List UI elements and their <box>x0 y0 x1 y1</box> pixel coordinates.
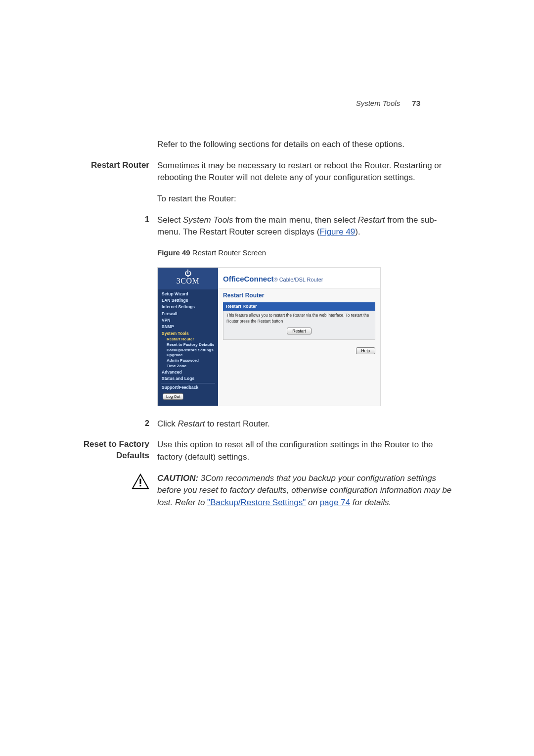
backup-restore-link[interactable]: "Backup/Restore Settings" <box>207 498 306 507</box>
nav-setup-wizard[interactable]: Setup Wizard <box>158 291 218 297</box>
nav-system-tools[interactable]: System Tools <box>158 331 218 337</box>
nav-vpn[interactable]: VPN <box>158 317 218 324</box>
nav-firewall[interactable]: Firewall <box>158 311 218 317</box>
step-number-2: 2 <box>145 419 149 427</box>
running-header: System Tools 73 <box>356 99 420 107</box>
figure-caption: Figure 49 Restart Router Screen <box>157 247 460 258</box>
nav-upgrade[interactable]: Upgrade <box>158 353 218 358</box>
step-number-1: 1 <box>145 215 149 224</box>
nav-lan-settings[interactable]: LAN Settings <box>158 297 218 304</box>
nav-backup-restore[interactable]: Backup/Restore Settings <box>158 348 218 353</box>
nav-snmp[interactable]: SNMP <box>158 324 218 330</box>
restart-button[interactable]: Restart <box>287 328 311 334</box>
logout-button[interactable]: Log Out <box>163 393 183 400</box>
screenshot-sidebar: ⏻ 3COM Setup Wizard LAN Settings Interne… <box>158 268 218 406</box>
step-2-text: Click Restart to restart Router. <box>157 418 460 430</box>
page-body: Refer to the following sections for deta… <box>0 0 534 509</box>
nav-time-zone[interactable]: Time Zone <box>158 364 218 369</box>
reset-paragraph: Use this option to reset all of the conf… <box>157 439 460 463</box>
step-1-text: Select System Tools from the main menu, … <box>157 214 460 238</box>
nav-admin-password[interactable]: Admin Password <box>158 358 218 364</box>
section-heading-reset: Reset to Factory Defaults <box>79 439 157 463</box>
nav-reset-factory[interactable]: Reset to Factory Defaults <box>158 342 218 348</box>
page-74-link[interactable]: page 74 <box>320 498 350 507</box>
screenshot-main: OfficeConnect® Cable/DSL Router Restart … <box>218 268 380 406</box>
panel-description: This feature allows you to restart the R… <box>226 313 369 324</box>
svg-rect-2 <box>139 485 141 486</box>
nav-restart-router[interactable]: Restart Router <box>158 337 218 342</box>
figure-49-screenshot: ⏻ 3COM Setup Wizard LAN Settings Interne… <box>157 267 381 406</box>
caution-text: CAUTION: 3Com recommends that you backup… <box>157 472 460 509</box>
svg-rect-1 <box>139 478 141 484</box>
screenshot-logo: ⏻ 3COM <box>158 268 218 289</box>
running-header-title: System Tools <box>356 99 400 107</box>
panel-heading: Restart Router <box>223 291 375 302</box>
restart-paragraph-2: To restart the Router: <box>157 193 460 205</box>
nav-advanced[interactable]: Advanced <box>158 369 218 376</box>
screenshot-product-title: OfficeConnect® Cable/DSL Router <box>218 268 380 289</box>
power-icon: ⏻ <box>158 270 218 277</box>
nav-support-feedback[interactable]: Support/Feedback <box>158 384 218 391</box>
caution-icon <box>132 473 149 489</box>
nav-status-logs[interactable]: Status and Logs <box>158 376 218 382</box>
panel-body: This feature allows you to restart the R… <box>223 311 375 340</box>
section-heading-restart: Restart Router <box>79 160 157 184</box>
restart-paragraph-1: Sometimes it may be necessary to restart… <box>157 160 460 184</box>
help-button[interactable]: Help <box>356 347 375 354</box>
nav-internet-settings[interactable]: Internet Settings <box>158 304 218 310</box>
running-header-page: 73 <box>412 99 420 107</box>
intro-text: Refer to the following sections for deta… <box>157 139 460 151</box>
figure-49-link[interactable]: Figure 49 <box>320 227 356 236</box>
panel-bar: Restart Router <box>223 302 375 311</box>
